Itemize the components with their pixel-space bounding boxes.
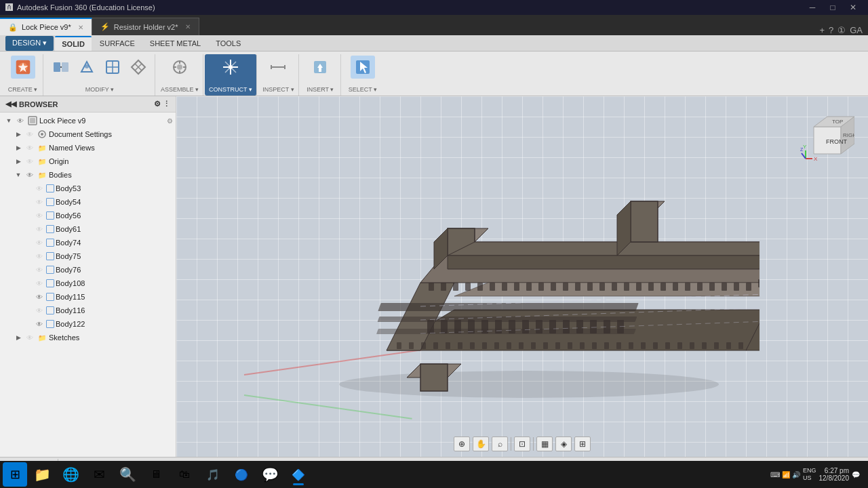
tab-close-lock-piece[interactable]: ✕ — [78, 24, 83, 31]
tree-item-body115[interactable]: 👁 Body115 — [0, 290, 176, 304]
tree-item-body122[interactable]: 👁 Body122 — [0, 317, 176, 331]
eye-body108[interactable]: 👁 — [34, 278, 45, 289]
help-button[interactable]: ? — [829, 25, 833, 35]
tree-item-body54[interactable]: 👁 Body54 — [0, 195, 176, 209]
arrow-origin[interactable]: ▶ — [14, 157, 23, 166]
tree-item-body74[interactable]: 👁 Body74 — [0, 236, 176, 249]
viewport-grid-btn[interactable]: ⊞ — [574, 436, 591, 451]
viewport-orbit-btn[interactable]: ⊕ — [454, 436, 470, 451]
create-group-label[interactable]: CREATE ▾ — [8, 86, 37, 94]
ribbon-tab-surface[interactable]: SURFACE — [93, 36, 142, 51]
assemble-group-label[interactable]: ASSEMBLE ▾ — [161, 86, 199, 94]
eye-sketches[interactable]: 👁 — [24, 332, 35, 343]
tree-item-body76[interactable]: 👁 Body76 — [0, 263, 176, 277]
arrow-sketches[interactable]: ▶ — [14, 333, 23, 342]
create-main-button[interactable] — [11, 56, 35, 79]
tree-item-body108[interactable]: 👁 Body108 — [0, 277, 176, 290]
clock-display[interactable]: 6:27 pm 12/8/2020 — [819, 467, 850, 482]
new-tab-button[interactable]: + — [819, 25, 825, 35]
eye-namedviews[interactable]: 👁 — [24, 142, 35, 153]
arrow-bodies[interactable]: ▼ — [14, 170, 23, 180]
tree-item-bodies[interactable]: ▼ 👁 📁 Bodies — [0, 168, 176, 182]
modify-btn-4[interactable] — [126, 56, 151, 79]
modify-btn-3[interactable] — [100, 56, 125, 79]
eye-body74[interactable]: 👁 — [34, 237, 45, 248]
browser-collapse-icon[interactable]: ◀◀ — [5, 100, 16, 108]
construct-btn[interactable] — [218, 56, 243, 79]
tab-lock-piece[interactable]: 🔒 Lock Piece v9* ✕ — [0, 18, 92, 35]
tab-resistor-holder[interactable]: ⚡ Resistor Holder v2* ✕ — [92, 18, 199, 35]
tree-item-docsettings[interactable]: ▶ 👁 Document Settings — [0, 127, 176, 141]
eye-body116[interactable]: 👁 — [34, 305, 45, 316]
modify-group-label[interactable]: MODIFY ▾ — [85, 86, 114, 94]
inspect-btn[interactable] — [266, 56, 290, 79]
tree-item-body75[interactable]: 👁 Body75 — [0, 249, 176, 263]
select-group-label[interactable]: SELECT ▾ — [349, 86, 377, 94]
taskbar-fusion360[interactable]: 🔷 — [285, 462, 312, 487]
tree-item-body53[interactable]: 👁 Body53 — [0, 182, 176, 195]
arrow-docsettings[interactable]: ▶ — [14, 129, 23, 139]
taskbar-file-explorer[interactable]: 📁 — [28, 462, 56, 487]
account-button[interactable]: GA — [850, 25, 863, 35]
insert-btn[interactable] — [308, 56, 332, 79]
viewport-pan-btn[interactable]: ✋ — [473, 436, 489, 451]
ribbon-tab-solid[interactable]: SOLID — [55, 36, 92, 51]
viewport-display-btn[interactable]: ▦ — [536, 436, 553, 451]
browser-resize-handle[interactable]: ⋮ — [163, 100, 170, 108]
viewport-visual-btn[interactable]: ◈ — [555, 436, 572, 451]
eye-bodies[interactable]: 👁 — [24, 169, 35, 180]
tab-close-resistor[interactable]: ✕ — [185, 23, 191, 30]
settings-icon-root[interactable]: ⚙ — [167, 117, 173, 125]
design-mode-button[interactable]: DESIGN ▾ — [5, 36, 54, 51]
eye-body75[interactable]: 👁 — [34, 251, 45, 262]
viewport-zoom-fit-btn[interactable]: ⊡ — [514, 436, 530, 451]
select-btn[interactable] — [351, 56, 375, 79]
modify-btn-1[interactable] — [49, 56, 73, 79]
start-button[interactable]: ⊞ — [3, 462, 27, 487]
minimize-button[interactable]: ─ — [803, 0, 822, 15]
tree-item-body56[interactable]: 👁 Body56 — [0, 209, 176, 222]
ribbon-group-create: CREATE ▾ — [3, 54, 43, 96]
ribbon-tab-tools[interactable]: TOOLS — [209, 36, 248, 51]
modify-btn-2[interactable] — [75, 56, 99, 79]
taskbar-settings[interactable]: 🖥 — [142, 462, 170, 487]
eye-root[interactable]: 👁 — [15, 115, 26, 126]
eye-body76[interactable]: 👁 — [34, 264, 45, 275]
taskbar-edge[interactable]: 🌐 — [57, 462, 84, 487]
tree-item-body116[interactable]: 👁 Body116 — [0, 304, 176, 317]
tree-item-root[interactable]: ▼ 👁 Lock Piece v9 ⚙ — [0, 114, 176, 127]
construct-group-label[interactable]: CONSTRUCT ▾ — [209, 86, 252, 94]
taskbar-spotify[interactable]: 🎵 — [199, 462, 226, 487]
maximize-button[interactable]: □ — [823, 0, 842, 15]
insert-group-label[interactable]: INSERT ▾ — [307, 86, 334, 94]
arrow-namedviews[interactable]: ▶ — [14, 143, 23, 152]
notification-icon[interactable]: 💬 — [852, 471, 860, 479]
ribbon-tab-sheet-metal[interactable]: SHEET METAL — [143, 36, 208, 51]
eye-body56[interactable]: 👁 — [34, 210, 45, 221]
eye-body53[interactable]: 👁 — [34, 183, 45, 194]
taskbar-store[interactable]: 🛍 — [171, 462, 198, 487]
browser-settings-icon[interactable]: ⚙ — [154, 100, 161, 108]
viewport[interactable]: FRONT TOP RIGHT X Y Z ⊕ ✋ ⌕ ⊡ ▦ ◈ ⊞ — [176, 96, 868, 457]
eye-body115[interactable]: 👁 — [34, 291, 45, 302]
viewport-zoom-btn[interactable]: ⌕ — [492, 436, 508, 451]
eye-docsettings[interactable]: 👁 — [24, 129, 35, 140]
tree-item-body61[interactable]: 👁 Body61 — [0, 222, 176, 236]
close-button[interactable]: ✕ — [844, 0, 863, 15]
taskbar-mail[interactable]: ✉ — [85, 462, 113, 487]
eye-origin[interactable]: 👁 — [24, 156, 35, 167]
tree-item-origin[interactable]: ▶ 👁 📁 Origin — [0, 155, 176, 168]
taskbar-search[interactable]: 🔍 — [114, 462, 141, 487]
nav-cube[interactable]: FRONT TOP RIGHT X Y Z — [800, 110, 854, 164]
inspect-group-label[interactable]: INSPECT ▾ — [262, 86, 294, 94]
tree-item-sketches[interactable]: ▶ 👁 📁 Sketches — [0, 331, 176, 344]
taskbar-chrome[interactable]: 🔵 — [228, 462, 255, 487]
tree-item-namedviews[interactable]: ▶ 👁 📁 Named Views — [0, 141, 176, 155]
taskbar-skype[interactable]: 💬 — [256, 462, 283, 487]
assemble-btn[interactable] — [167, 56, 192, 79]
arrow-root[interactable]: ▼ — [4, 116, 14, 125]
eye-body61[interactable]: 👁 — [34, 224, 45, 235]
eye-body54[interactable]: 👁 — [34, 197, 45, 207]
eye-body122[interactable]: 👁 — [34, 319, 45, 329]
svg-rect-51 — [378, 303, 638, 311]
